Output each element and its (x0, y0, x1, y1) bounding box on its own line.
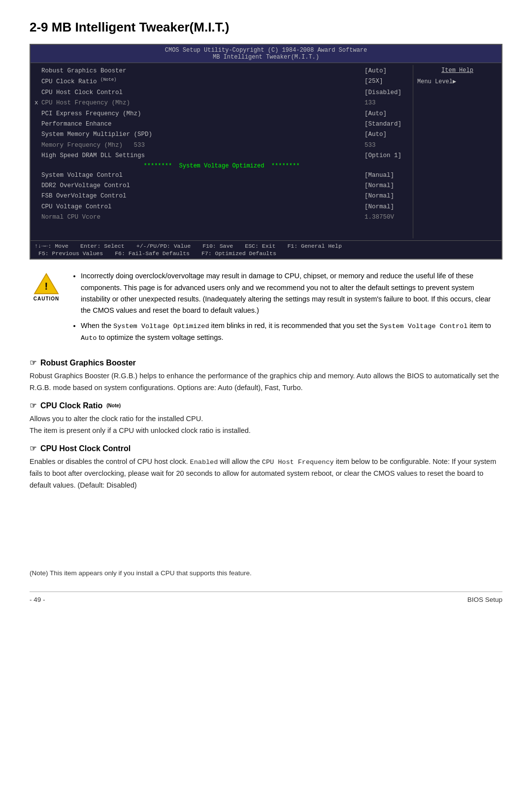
bios-row-mem-freq: Memory Frequency (Mhz) 533 533 (34, 140, 409, 151)
section-arrow-icon: ☞ (30, 358, 36, 367)
caution-text: Incorrectly doing overclock/overvoltage … (71, 270, 502, 347)
page-title: 2-9 MB Intelligent Tweaker(M.I.T.) (30, 20, 502, 35)
page-footer: - 49 - BIOS Setup (30, 592, 502, 603)
bios-row-robust-graphics: Robust Graphics Booster [Auto] (34, 66, 409, 76)
bios-header: CMOS Setup Utility-Copyright (C) 1984-20… (31, 45, 501, 63)
page-number: - 49 - (30, 596, 45, 603)
svg-text:!: ! (45, 281, 48, 292)
section-body-robust-graphics: Robust Graphics Booster (R.G.B.) helps t… (30, 370, 502, 394)
bios-row-sys-volt-ctrl: System Voltage Control [Manual] (34, 170, 409, 181)
bios-row-pci-express: PCI Express Frequency (Mhz) [Auto] (34, 109, 409, 119)
section-cpu-clock-ratio: ☞ CPU Clock Ratio (Note) Allows you to a… (30, 401, 502, 437)
bios-row-cpu-host-freq: x CPU Host Frequency (Mhz) 133 (34, 98, 409, 108)
caution-bullet-1: Incorrectly doing overclock/overvoltage … (81, 270, 502, 316)
bios-footer: ↑↓→←: Move Enter: Select +/-/PU/PD: Valu… (31, 240, 501, 259)
bios-row-cpu-host-clock: CPU Host Clock Control [Disabled] (34, 88, 409, 98)
bios-item-help: Item Help Menu Level▶ (417, 66, 498, 87)
section-heading-cpu-clock-ratio: ☞ CPU Clock Ratio (Note) (30, 401, 502, 410)
caution-label: CAUTION (33, 296, 60, 301)
caution-icon: ! CAUTION (30, 272, 63, 301)
caution-block: ! CAUTION Incorrectly doing overclock/ov… (30, 270, 502, 347)
bios-row-normal-cpu-vcore: Normal CPU Vcore 1.38750V (34, 212, 409, 223)
cpu-clock-ratio-note: (Note) (106, 403, 121, 408)
caution-triangle-icon: ! (33, 272, 59, 295)
section-arrow-icon: ☞ (30, 444, 36, 453)
section-heading-robust-graphics: ☞ Robust Graphics Booster (30, 358, 502, 367)
section-robust-graphics: ☞ Robust Graphics Booster Robust Graphic… (30, 358, 502, 394)
bios-row-ddr2-overvolt: DDR2 OverVoltage Control [Normal] (34, 181, 409, 191)
bios-screen: CMOS Setup Utility-Copyright (C) 1984-20… (30, 44, 502, 260)
section-body-cpu-clock-ratio: Allows you to alter the clock ratio for … (30, 413, 502, 437)
caution-bullet-2: When the System Voltage Optimized item b… (81, 320, 502, 343)
bios-right-panel: Item Help Menu Level▶ (413, 65, 501, 238)
bios-row-cpu-clock-ratio: CPU Clock Ratio (Note) [25X] (34, 76, 409, 88)
section-arrow-icon: ☞ (30, 401, 36, 410)
bios-row-sys-mem-mult: System Memory Multiplier (SPD) [Auto] (34, 130, 409, 140)
bios-setup-label: BIOS Setup (467, 596, 502, 603)
section-cpu-host-clock: ☞ CPU Host Clock Control Enables or disa… (30, 444, 502, 492)
footer-note: (Note) This item appears only if you ins… (30, 569, 502, 577)
bios-row-cpu-volt-ctrl: CPU Voltage Control [Normal] (34, 202, 409, 212)
section-heading-cpu-host-clock: ☞ CPU Host Clock Control (30, 444, 502, 453)
section-body-cpu-host-clock: Enables or disables the control of CPU h… (30, 456, 502, 492)
bios-row-dram-dll: High Speed DRAM DLL Settings [Option 1] (34, 151, 409, 161)
bios-left-panel: Robust Graphics Booster [Auto] CPU Clock… (31, 65, 413, 238)
bios-body: Robust Graphics Booster [Auto] CPU Clock… (31, 63, 501, 240)
bios-voltage-optimized: ******** System Voltage Optimized ******… (34, 162, 409, 170)
bios-row-fsb-overvolt: FSB OverVoltage Control [Normal] (34, 191, 409, 201)
bios-row-performance: Performance Enhance [Standard] (34, 119, 409, 130)
